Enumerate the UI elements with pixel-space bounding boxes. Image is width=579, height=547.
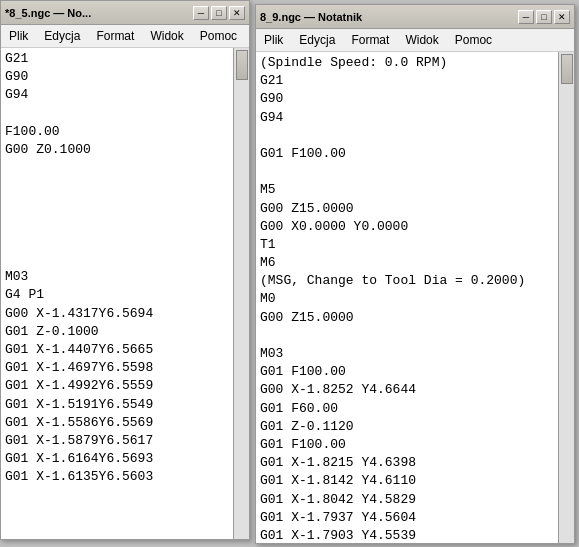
maximize-button-left[interactable]: □: [211, 6, 227, 20]
title-bar-left: *8_5.ngc — No... ─ □ ✕: [1, 1, 249, 25]
text-content-left[interactable]: G21 G90 G94 F100.00 G00 Z0.1000 M03 G4 P…: [1, 48, 249, 539]
menu-format-left[interactable]: Format: [88, 27, 142, 45]
minimize-button-left[interactable]: ─: [193, 6, 209, 20]
menu-view-left[interactable]: Widok: [142, 27, 191, 45]
menu-edit-left[interactable]: Edycja: [36, 27, 88, 45]
window-title-left: *8_5.ngc — No...: [5, 7, 193, 19]
menu-format-right[interactable]: Format: [343, 31, 397, 49]
maximize-button-right[interactable]: □: [536, 10, 552, 24]
close-button-left[interactable]: ✕: [229, 6, 245, 20]
window-left: *8_5.ngc — No... ─ □ ✕ Plik Edycja Forma…: [0, 0, 250, 540]
minimize-button-right[interactable]: ─: [518, 10, 534, 24]
menu-help-right[interactable]: Pomoc: [447, 31, 500, 49]
menu-edit-right[interactable]: Edycja: [291, 31, 343, 49]
menu-file-left[interactable]: Plik: [1, 27, 36, 45]
menu-bar-left: Plik Edycja Format Widok Pomoc: [1, 25, 249, 48]
scrollbar-left[interactable]: [233, 48, 249, 539]
window-right: 8_9.ngc — Notatnik ─ □ ✕ Plik Edycja For…: [255, 4, 575, 544]
scrollbar-thumb-right[interactable]: [561, 54, 573, 84]
scrollbar-thumb-left[interactable]: [236, 50, 248, 80]
menu-file-right[interactable]: Plik: [256, 31, 291, 49]
title-bar-buttons-left: ─ □ ✕: [193, 6, 245, 20]
text-content-right[interactable]: (Spindle Speed: 0.0 RPM) G21 G90 G94 G01…: [256, 52, 574, 543]
menu-view-right[interactable]: Widok: [397, 31, 446, 49]
content-area-left: G21 G90 G94 F100.00 G00 Z0.1000 M03 G4 P…: [1, 48, 249, 539]
scrollbar-right[interactable]: [558, 52, 574, 543]
title-bar-right: 8_9.ngc — Notatnik ─ □ ✕: [256, 5, 574, 29]
menu-help-left[interactable]: Pomoc: [192, 27, 245, 45]
close-button-right[interactable]: ✕: [554, 10, 570, 24]
menu-bar-right: Plik Edycja Format Widok Pomoc: [256, 29, 574, 52]
content-area-right: (Spindle Speed: 0.0 RPM) G21 G90 G94 G01…: [256, 52, 574, 543]
window-title-right: 8_9.ngc — Notatnik: [260, 11, 518, 23]
title-bar-buttons-right: ─ □ ✕: [518, 10, 570, 24]
